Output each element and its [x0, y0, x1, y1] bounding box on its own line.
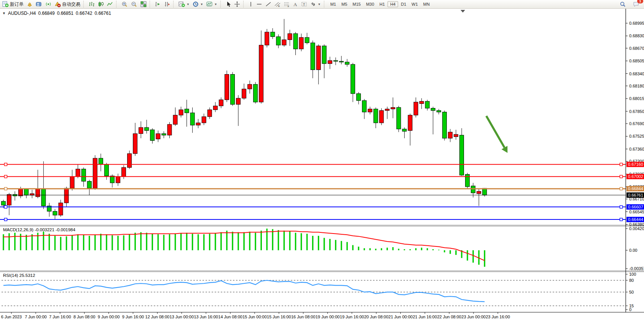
candle — [185, 109, 189, 113]
candle — [339, 61, 343, 62]
svg-text:80: 80 — [629, 278, 634, 283]
time-axis-label: 21 Jun 00:00 — [389, 315, 413, 318]
timeframe-button-h4[interactable]: H4 — [387, 1, 398, 7]
horizontal-line-button[interactable] — [255, 0, 264, 8]
candle — [448, 132, 452, 138]
toolbar-separator — [173, 1, 175, 8]
svg-text:0.68505: 0.68505 — [629, 59, 644, 63]
candle — [293, 33, 298, 49]
price-chart[interactable]: 0.689950.688300.686700.685050.683400.681… — [0, 9, 644, 318]
line-handle[interactable] — [620, 206, 623, 208]
timeframe-button-m1[interactable]: M1 — [328, 1, 339, 7]
candle-chart-button[interactable] — [96, 0, 105, 8]
toolbar-separator — [243, 1, 245, 8]
toolbar-group-trade: 新订单 自动交易 — [0, 0, 83, 8]
crosshair-button[interactable] — [233, 0, 242, 8]
fibonacci-button[interactable]: F — [282, 0, 291, 8]
template-icon — [206, 1, 213, 7]
main-toolbar: 新订单 自动交易 ▼ ▼ — [0, 0, 644, 9]
toolbar-group-chart-types — [86, 0, 115, 8]
low-value: 0.66742 — [76, 11, 92, 16]
bar-chart-button[interactable] — [87, 0, 96, 8]
timeframe-button-m5[interactable]: M5 — [339, 1, 350, 7]
candle-chart-icon — [98, 1, 104, 7]
timeframe-button-m15[interactable]: M15 — [350, 1, 363, 7]
arrange-right-button[interactable] — [163, 0, 172, 8]
channel-button[interactable]: E — [273, 0, 282, 8]
notifications-button[interactable]: 1 — [631, 0, 641, 8]
vertical-line-button[interactable] — [247, 0, 255, 8]
line-handle[interactable] — [620, 188, 623, 190]
time-axis-label: 22 Jun 08:00 — [437, 315, 461, 318]
timeframe-button-d1[interactable]: D1 — [398, 1, 409, 7]
svg-text:0.67360: 0.67360 — [629, 147, 644, 151]
timeframe-button-m30[interactable]: M30 — [363, 1, 377, 7]
candle — [431, 108, 435, 111]
line-handle[interactable] — [620, 218, 623, 221]
crosshair-icon — [234, 1, 240, 7]
candle — [225, 75, 229, 100]
timeframe-button-mn[interactable]: MN — [421, 1, 432, 7]
toolbar-separator — [150, 1, 152, 8]
signal-button[interactable] — [44, 0, 53, 8]
cursor-button[interactable] — [224, 0, 233, 8]
svg-text:0.66607: 0.66607 — [628, 205, 643, 209]
period-button[interactable]: ▼ — [191, 0, 205, 8]
trendline-button[interactable] — [264, 0, 273, 8]
line-chart-button[interactable] — [105, 0, 115, 8]
line-handle[interactable] — [5, 206, 7, 208]
tile-windows-button[interactable] — [139, 0, 148, 8]
mt4-window: 新订单 自动交易 ▼ ▼ — [0, 0, 644, 321]
line-handle[interactable] — [620, 175, 623, 178]
candle — [110, 176, 114, 183]
zoom-in-button[interactable] — [120, 0, 129, 8]
timeframe-button-h1[interactable]: H1 — [377, 1, 387, 7]
arrange-left-icon — [155, 1, 161, 7]
label-icon: T — [301, 1, 307, 7]
new-order-button[interactable]: 新订单 — [1, 0, 25, 8]
candle — [196, 123, 200, 125]
arrange-left-button[interactable] — [153, 0, 163, 8]
zoom-out-button[interactable] — [129, 0, 139, 8]
chart-window[interactable]: 0.689950.688300.686700.685050.683400.681… — [0, 8, 644, 318]
toolbar-group-pointer — [223, 0, 242, 8]
svg-text:E: E — [278, 5, 280, 7]
chevron-down-icon[interactable]: ▼ — [2, 11, 6, 15]
market-watch-button[interactable] — [34, 0, 44, 8]
line-handle[interactable] — [620, 163, 623, 166]
line-handle[interactable] — [5, 218, 7, 221]
svg-text:-0.003575: -0.003575 — [629, 266, 644, 271]
zoom-out-icon — [131, 1, 137, 7]
candle — [2, 201, 6, 205]
candle — [70, 177, 74, 188]
timeframe-button-w1[interactable]: W1 — [409, 1, 421, 7]
line-handle[interactable] — [5, 175, 7, 178]
candle — [316, 46, 320, 70]
toolbar-separator — [116, 1, 118, 8]
time-axis-label: 19 Jun 00:00 — [316, 315, 340, 318]
template-button[interactable]: ▼ — [205, 0, 219, 8]
auto-trading-button[interactable]: 自动交易 — [53, 0, 82, 8]
line-handle[interactable] — [5, 163, 7, 166]
text-button[interactable]: A — [291, 0, 300, 8]
svg-text:0.66844: 0.66844 — [628, 186, 643, 191]
line-handle[interactable] — [5, 188, 7, 190]
cursor-icon — [226, 1, 231, 7]
candle — [414, 102, 418, 115]
gold-button[interactable] — [25, 0, 34, 8]
time-axis-label: 15 Jun 00:00 — [242, 315, 267, 318]
candle — [87, 181, 91, 188]
candle — [173, 115, 177, 124]
new-order-icon — [2, 1, 9, 7]
close-value: 0.66761 — [94, 11, 111, 16]
shapes-button[interactable]: ▼ — [309, 0, 322, 8]
toolbar-group-draw: E F A T ▼ — [246, 0, 323, 8]
search-button[interactable] — [618, 0, 628, 8]
chevron-down-icon: ▼ — [200, 3, 203, 6]
candle — [460, 135, 464, 175]
candle — [425, 101, 429, 108]
add-indicator-button[interactable]: ▼ — [177, 0, 191, 8]
svg-text:0.68670: 0.68670 — [629, 46, 644, 51]
svg-text:0.68340: 0.68340 — [629, 72, 644, 76]
label-button[interactable]: T — [300, 0, 309, 8]
